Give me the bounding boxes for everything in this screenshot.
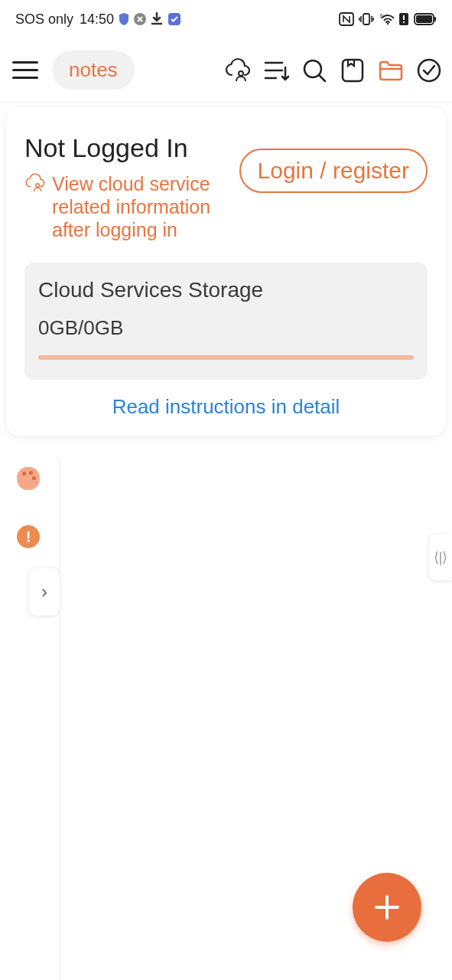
palette-icon[interactable] — [17, 467, 40, 490]
svg-point-13 — [304, 60, 321, 77]
cloud-card: Not Logged In View cloud service related… — [6, 107, 446, 436]
svg-rect-11 — [434, 17, 436, 21]
toolbar-icons — [224, 57, 443, 84]
alert-icon[interactable]: ! — [17, 525, 40, 548]
status-right: 6 — [339, 12, 437, 26]
notes-tab[interactable]: notes — [52, 51, 135, 90]
cloud-user-icon[interactable] — [224, 57, 252, 84]
svg-rect-3 — [363, 14, 369, 24]
read-instructions-link[interactable]: Read instructions in detail — [24, 395, 428, 419]
status-left: SOS only 14:50 — [15, 11, 181, 28]
vibrate-icon — [359, 12, 374, 26]
nfc-icon — [339, 12, 354, 26]
download-icon — [151, 12, 163, 26]
svg-point-16 — [36, 184, 40, 188]
alert-card-icon — [398, 12, 409, 26]
note-icon[interactable] — [339, 57, 366, 84]
status-bar: SOS only 14:50 6 — [0, 0, 452, 38]
svg-point-5 — [387, 23, 389, 24]
side-rail: ! — [0, 458, 60, 980]
expand-rail-button[interactable]: › — [29, 568, 60, 616]
login-subtitle: View cloud service related information a… — [52, 172, 228, 241]
svg-rect-7 — [403, 15, 405, 20]
wifi-icon: 6 — [379, 13, 394, 25]
svg-rect-14 — [343, 60, 363, 81]
folder-icon[interactable] — [377, 57, 405, 84]
check-badge-icon — [167, 12, 181, 26]
app-toolbar: notes — [0, 38, 452, 103]
close-circle-icon — [134, 13, 146, 25]
search-icon[interactable] — [301, 57, 328, 84]
login-register-button[interactable]: Login / register — [239, 149, 428, 193]
add-note-fab[interactable] — [353, 873, 421, 942]
login-status-title: Not Logged In — [24, 133, 232, 163]
network-status: SOS only — [15, 11, 73, 28]
status-time: 14:50 — [80, 11, 114, 28]
collapse-handle[interactable]: ⟨|⟩ — [429, 534, 452, 580]
storage-title: Cloud Services Storage — [38, 278, 414, 302]
svg-point-12 — [239, 71, 243, 76]
sort-icon[interactable] — [262, 57, 290, 84]
battery-icon — [414, 13, 437, 25]
cloud-small-icon — [24, 172, 46, 197]
svg-rect-8 — [403, 21, 405, 23]
menu-button[interactable] — [9, 54, 41, 87]
shield-icon — [119, 13, 129, 25]
check-circle-icon[interactable] — [415, 57, 443, 84]
storage-box: Cloud Services Storage 0GB/0GB — [24, 263, 428, 380]
storage-value: 0GB/0GB — [38, 316, 414, 340]
svg-rect-10 — [416, 15, 432, 23]
svg-point-15 — [418, 60, 440, 81]
storage-progress-bar — [38, 355, 414, 360]
